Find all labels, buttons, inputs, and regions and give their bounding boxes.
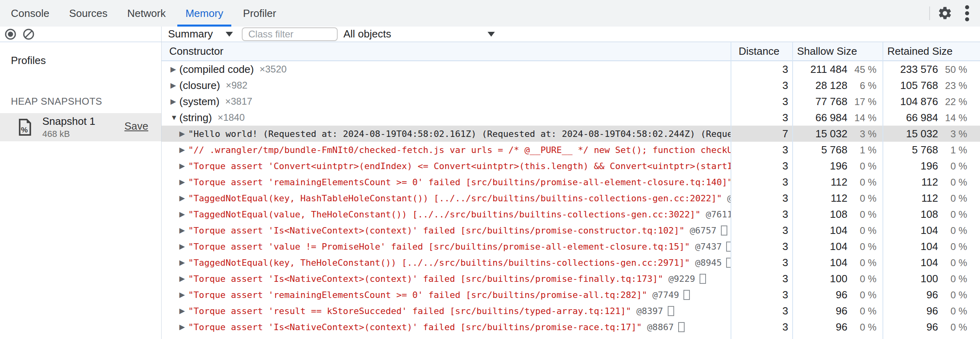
shallow-size-value: 15 032 (792, 128, 847, 140)
retained-size-percent: 0 % (938, 322, 967, 333)
shallow-size-cell: 1120 % (792, 176, 882, 188)
retained-size-value: 96 (882, 305, 938, 317)
expand-triangle-icon[interactable]: ▶ (179, 146, 188, 153)
table-row[interactable]: ▶(compiled code)×35203211 48445 %233 576… (162, 61, 980, 77)
more-vertical-kebab-icon[interactable] (965, 4, 970, 23)
expand-triangle-icon[interactable]: ▶ (179, 275, 188, 282)
constructor-cell: ▶"Torque assert 'Is<NativeContext>(conte… (162, 274, 731, 284)
shallow-size-percent: 3 % (847, 128, 876, 140)
expand-triangle-icon[interactable]: ▶ (179, 243, 188, 250)
objects-filter-select[interactable]: All objects (343, 28, 501, 40)
heap-snapshots-heading: HEAP SNAPSHOTS (11, 96, 161, 107)
table-row[interactable]: ▶"Torque assert 'Is<NativeContext>(conte… (162, 222, 980, 238)
constructor-cell: ▶"Torque assert 'remainingElementsCount … (162, 290, 731, 300)
column-header-constructor[interactable]: Constructor (162, 45, 731, 58)
column-header-retained-size[interactable]: Retained Size (882, 45, 980, 58)
table-row[interactable]: ▶"// .wrangler/tmp/bundle-FmNIt0/checked… (162, 142, 980, 158)
table-row[interactable]: ▶"TaggedNotEqual(key, TheHoleConstant())… (162, 254, 980, 271)
distance-cell: 3 (731, 112, 792, 124)
table-row[interactable]: ▶"Torque assert 'remainingElementsCount … (162, 287, 980, 303)
table-row[interactable]: ▶"Torque assert 'Is<NativeContext>(conte… (162, 319, 980, 335)
table-row[interactable]: ▼(string)×1840366 98414 %66 98414 % (162, 110, 980, 126)
distance-cell: 3 (731, 273, 792, 285)
instance-count: ×1840 (218, 112, 245, 123)
collapse-triangle-icon[interactable]: ▼ (170, 114, 179, 121)
shallow-size-value: 96 (792, 289, 847, 301)
sidebar-title: Profiles (11, 54, 161, 67)
table-row[interactable]: ▶(system)×3817377 76817 %104 87622 % (162, 93, 980, 110)
expand-triangle-icon[interactable]: ▶ (179, 130, 188, 137)
expand-triangle-icon[interactable]: ▶ (179, 227, 188, 234)
expand-triangle-icon[interactable]: ▶ (170, 66, 179, 73)
class-filter-input[interactable] (242, 27, 338, 41)
column-header-shallow-size[interactable]: Shallow Size (792, 45, 882, 58)
shallow-size-value: 104 (792, 224, 847, 237)
shallow-size-cell: 5 7681 % (792, 144, 882, 156)
expand-triangle-icon[interactable]: ▶ (179, 178, 188, 186)
table-row[interactable]: ▶"Torque assert 'value != PromiseHole' f… (162, 238, 980, 254)
tab-profiler[interactable]: Profiler (234, 0, 285, 27)
retained-size-value: 196 (882, 160, 938, 172)
shallow-size-value: 211 484 (792, 63, 847, 76)
shallow-size-value: 100 (792, 273, 847, 285)
expand-triangle-icon[interactable]: ▶ (179, 194, 188, 202)
table-row[interactable]: ▶"TaggedNotEqual(key, HashTableHoleConst… (162, 190, 980, 206)
retained-size-cell: 233 57650 % (882, 63, 980, 76)
missing-glyph-box (683, 290, 690, 300)
expand-triangle-icon[interactable]: ▶ (179, 259, 188, 266)
shallow-size-percent: 0 % (847, 161, 876, 172)
tab-network-label: Network (127, 7, 166, 20)
table-row[interactable]: ▶"Hello world! (Requested at: 2024-08-19… (162, 126, 980, 142)
shallow-size-cell: 1960 % (792, 160, 882, 172)
missing-glyph-box (678, 322, 685, 332)
svg-text:%: % (21, 126, 28, 134)
retained-size-cell: 1120 % (882, 192, 980, 205)
table-row[interactable]: ▶(closure)×982328 1286 %105 76823 % (162, 77, 980, 93)
tab-sources[interactable]: Sources (60, 0, 116, 27)
shallow-size-value: 104 (792, 256, 847, 269)
retained-size-percent: 1 % (938, 145, 967, 156)
settings-gear-icon[interactable] (937, 6, 953, 21)
expand-triangle-icon[interactable]: ▶ (179, 162, 188, 170)
tab-console[interactable]: Console (2, 0, 58, 27)
expand-triangle-icon[interactable]: ▶ (179, 291, 188, 298)
table-row[interactable]: ▶"Torque assert 'Convert<uintptr>(endInd… (162, 158, 980, 174)
retained-size-value: 112 (882, 176, 938, 188)
string-value: "Torque assert 'remainingElementsCount >… (188, 177, 731, 187)
retained-size-cell: 105 76823 % (882, 79, 980, 92)
clear-profiles-button[interactable] (23, 29, 34, 40)
string-value: "TaggedNotEqual(key, TheHoleConstant()) … (188, 258, 690, 268)
missing-glyph-box (668, 306, 674, 316)
expand-triangle-icon[interactable]: ▶ (179, 323, 188, 331)
tab-network[interactable]: Network (118, 0, 174, 27)
object-id: @7611 (706, 209, 731, 219)
record-heap-snapshot-button[interactable] (5, 29, 16, 40)
distance-cell: 3 (731, 224, 792, 237)
shallow-size-cell: 960 % (792, 305, 882, 317)
table-row[interactable]: ▶"Torque assert 'Is<NativeContext>(conte… (162, 271, 980, 287)
perspective-select[interactable]: Summary (168, 28, 233, 40)
shallow-size-percent: 0 % (847, 193, 876, 204)
expand-triangle-icon[interactable]: ▶ (179, 307, 188, 314)
instance-count: ×982 (226, 80, 247, 91)
distance-cell: 3 (731, 95, 792, 108)
shallow-size-percent: 0 % (847, 177, 876, 188)
distance-cell: 3 (731, 192, 792, 205)
table-row[interactable]: ▶"Torque assert 'result == kStoreSuccede… (162, 303, 980, 319)
snapshot-list-item[interactable]: % Snapshot 1 468 kB Save (0, 113, 161, 141)
save-snapshot-link[interactable]: Save (125, 120, 148, 132)
retained-size-value: 5 768 (882, 144, 938, 156)
table-row[interactable]: ▶"TaggedNotEqual(value, TheHoleConstant(… (162, 206, 980, 222)
shallow-size-cell: 1040 % (792, 240, 882, 253)
expand-triangle-icon[interactable]: ▶ (170, 82, 179, 89)
distance-cell: 3 (731, 160, 792, 172)
column-header-distance[interactable]: Distance (731, 45, 792, 58)
retained-size-cell: 15 0323 % (882, 128, 980, 140)
shallow-size-value: 28 128 (792, 79, 847, 92)
retained-size-percent: 50 % (938, 64, 967, 75)
expand-triangle-icon[interactable]: ▶ (179, 211, 188, 218)
retained-size-cell: 104 87622 % (882, 95, 980, 108)
tab-memory[interactable]: Memory (176, 0, 232, 27)
expand-triangle-icon[interactable]: ▶ (170, 98, 179, 105)
table-row[interactable]: ▶"Torque assert 'remainingElementsCount … (162, 174, 980, 190)
